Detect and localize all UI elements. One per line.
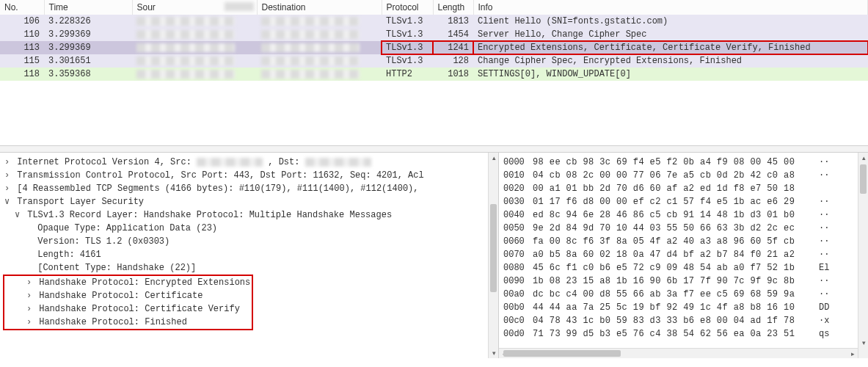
caret-down-icon[interactable]: ∨ xyxy=(4,195,12,208)
caret-right-icon[interactable]: › xyxy=(26,289,34,302)
packet-bytes-pane[interactable]: 000098 ee cb 98 3c 69 f4 e5 f2 0b a4 f9 … xyxy=(499,153,868,358)
hex-line[interactable]: 00901b 08 23 15 a8 1b 16 90 6b 17 7f 90 … xyxy=(503,275,867,288)
packet-row[interactable]: 1153.301651TLSv1.3128Change Cipher Spec,… xyxy=(0,54,868,68)
hex-line[interactable]: 008045 6c f1 c0 b6 e5 72 c9 09 48 54 ab … xyxy=(503,261,867,275)
caret-right-icon[interactable]: › xyxy=(26,316,34,329)
cell-info: Client Hello (SNI=fonts.gstatic.com) xyxy=(473,15,868,28)
cell-length: 1241 xyxy=(433,41,473,54)
scroll-down-icon[interactable]: ▾ xyxy=(489,348,499,358)
caret-right-icon[interactable]: › xyxy=(4,156,12,169)
hex-ascii: ·· xyxy=(819,275,829,288)
hex-scrollbar-horizontal[interactable]: ◂ ▸ xyxy=(499,348,858,358)
scroll-up-icon[interactable]: ▴ xyxy=(489,153,499,163)
hex-line[interactable]: 00509e 2d 84 9d 70 10 44 03 55 50 66 63 … xyxy=(503,222,867,235)
hex-line[interactable]: 00c004 78 43 1c b0 59 83 d3 33 b6 e8 00 … xyxy=(503,314,867,327)
hex-line[interactable]: 00b044 44 aa 7a 25 5c 19 bf 92 49 1c 4f … xyxy=(503,301,867,314)
packet-row[interactable]: 1183.359368HTTP21018SETTINGS[0], WINDOW_… xyxy=(0,68,868,81)
hex-ascii: ·· xyxy=(819,208,829,222)
caret-none xyxy=(25,248,32,261)
tree-ipv4-label-prefix: Internet Protocol Version 4, Src: xyxy=(17,157,197,167)
col-header-info[interactable]: Info xyxy=(473,0,868,15)
col-header-destination[interactable]: Destination xyxy=(257,0,382,15)
hex-scrollbar-vertical[interactable]: ▴ ▾ xyxy=(858,153,868,358)
caret-right-icon[interactable]: › xyxy=(4,169,12,182)
tree-hs-certificate-label: Handshake Protocol: Certificate xyxy=(39,291,203,301)
hex-bytes: 01 17 f6 d8 00 00 ef c2 c1 57 f4 e5 1b a… xyxy=(533,195,819,208)
tree-opaque-type[interactable]: Opaque Type: Application Data (23) xyxy=(4,222,498,235)
hex-bytes: 98 ee cb 98 3c 69 f4 e5 f2 0b a4 f9 08 0… xyxy=(533,156,819,169)
hex-bytes: 71 73 99 d5 b3 e5 76 c4 38 54 62 56 ea 0… xyxy=(533,327,819,341)
hex-line[interactable]: 00d071 73 99 d5 b3 e5 76 c4 38 54 62 56 … xyxy=(503,327,867,341)
col-header-time[interactable]: Time xyxy=(44,0,132,15)
hex-bytes: fa 00 8c f6 3f 8a 05 4f a2 40 a3 a8 96 6… xyxy=(533,235,819,248)
tree-scrollbar-vertical[interactable]: ▴ ▾ xyxy=(488,153,498,358)
redacted-source xyxy=(136,43,235,52)
hex-line[interactable]: 00a0dc bc c4 00 d8 55 66 ab 3a f7 ee c5 … xyxy=(503,288,867,301)
caret-right-icon[interactable]: › xyxy=(26,302,34,316)
hex-line[interactable]: 003001 17 f6 d8 00 00 ef c2 c1 57 f4 e5 … xyxy=(503,195,867,208)
hex-line[interactable]: 0070a0 b5 8a 60 02 18 0a 47 d4 bf a2 b7 … xyxy=(503,248,867,261)
cell-protocol: TLSv1.3 xyxy=(382,41,433,54)
hex-ascii: ·· xyxy=(819,195,829,208)
cell-length: 1454 xyxy=(433,28,473,41)
cell-length: 1813 xyxy=(433,15,473,28)
scrollbar-thumb[interactable] xyxy=(860,164,867,194)
packet-list-pane[interactable]: No. Time Sour Destination Protocol Lengt… xyxy=(0,0,868,94)
col-header-source[interactable]: Sour xyxy=(132,0,257,15)
caret-right-icon[interactable]: › xyxy=(26,276,34,289)
caret-none xyxy=(25,261,32,275)
tree-hs-encrypted-extensions[interactable]: › Handshake Protocol: Encrypted Extensio… xyxy=(6,276,250,289)
tree-tls[interactable]: ∨ Transport Layer Security xyxy=(4,195,498,208)
hex-bytes: 44 44 aa 7a 25 5c 19 bf 92 49 1c 4f a8 b… xyxy=(533,301,819,314)
hex-ascii: qs xyxy=(819,327,829,341)
cell-protocol: HTTP2 xyxy=(382,68,433,81)
hex-offset: 00b0 xyxy=(503,301,533,314)
hex-bytes: 04 78 43 1c b0 59 83 d3 33 b6 e8 00 04 a… xyxy=(533,314,819,327)
col-header-protocol[interactable]: Protocol xyxy=(382,0,433,15)
scroll-right-icon[interactable]: ▸ xyxy=(847,349,858,358)
tree-hs-certificate-verify[interactable]: › Handshake Protocol: Certificate Verify xyxy=(6,302,250,316)
hex-line[interactable]: 002000 a1 01 bb 2d 70 d6 60 af a2 ed 1d … xyxy=(503,182,867,195)
cell-time: 3.301651 xyxy=(44,54,132,68)
hex-line[interactable]: 0040ed 8c 94 6e 28 46 86 c5 cb 91 14 48 … xyxy=(503,208,867,222)
caret-none xyxy=(25,222,32,235)
caret-right-icon[interactable]: › xyxy=(4,182,12,195)
column-header-row[interactable]: No. Time Sour Destination Protocol Lengt… xyxy=(0,0,868,15)
hex-line[interactable]: 0060fa 00 8c f6 3f 8a 05 4f a2 40 a3 a8 … xyxy=(503,235,867,248)
hex-ascii: ·· xyxy=(819,248,829,261)
col-header-no[interactable]: No. xyxy=(0,0,44,15)
cell-info: Server Hello, Change Cipher Spec xyxy=(473,28,868,41)
tree-tls-record[interactable]: ∨ TLSv1.3 Record Layer: Handshake Protoc… xyxy=(4,208,498,222)
packet-row[interactable]: 1103.299369TLSv1.31454Server Hello, Chan… xyxy=(0,28,868,41)
tree-length[interactable]: Length: 4161 xyxy=(4,248,498,261)
tree-hs-finished[interactable]: › Handshake Protocol: Finished xyxy=(6,316,250,329)
scrollbar-thumb[interactable] xyxy=(503,350,621,357)
packet-details-pane[interactable]: › Internet Protocol Version 4, Src: , Ds… xyxy=(0,153,499,358)
tree-hs-certificate[interactable]: › Handshake Protocol: Certificate xyxy=(6,289,250,302)
horizontal-splitter[interactable] xyxy=(0,145,868,153)
cell-time: 3.299369 xyxy=(44,41,132,54)
scroll-up-icon[interactable]: ▴ xyxy=(858,153,868,163)
tree-content-type[interactable]: [Content Type: Handshake (22)] xyxy=(4,261,498,275)
scrollbar-thumb[interactable] xyxy=(490,204,497,292)
hex-offset: 0020 xyxy=(503,182,533,195)
hex-offset: 0080 xyxy=(503,261,533,275)
tree-ipv4[interactable]: › Internet Protocol Version 4, Src: , Ds… xyxy=(4,156,498,169)
col-header-length[interactable]: Length xyxy=(433,0,473,15)
hex-offset: 0030 xyxy=(503,195,533,208)
packet-list-table: No. Time Sour Destination Protocol Lengt… xyxy=(0,0,868,81)
cell-source xyxy=(132,54,257,68)
caret-down-icon[interactable]: ∨ xyxy=(15,208,22,222)
redacted-destination xyxy=(261,57,360,65)
packet-row[interactable]: 1133.299369TLSv1.31241Encrypted Extensio… xyxy=(0,41,868,54)
tree-version[interactable]: Version: TLS 1.2 (0x0303) xyxy=(4,235,498,248)
tree-reassembly[interactable]: › [4 Reassembled TCP Segments (4166 byte… xyxy=(4,182,498,195)
hex-line[interactable]: 001004 cb 08 2c 00 00 77 06 7e a5 cb 0d … xyxy=(503,169,867,182)
tree-content-type-label: [Content Type: Handshake (22)] xyxy=(37,263,196,273)
packet-row[interactable]: 1063.228326TLSv1.31813Client Hello (SNI=… xyxy=(0,15,868,28)
cell-protocol: TLSv1.3 xyxy=(382,15,433,28)
scroll-down-icon[interactable]: ▾ xyxy=(858,338,868,348)
tree-tcp[interactable]: › Transmission Control Protocol, Src Por… xyxy=(4,169,498,182)
hex-offset: 00d0 xyxy=(503,327,533,341)
hex-line[interactable]: 000098 ee cb 98 3c 69 f4 e5 f2 0b a4 f9 … xyxy=(503,156,867,169)
